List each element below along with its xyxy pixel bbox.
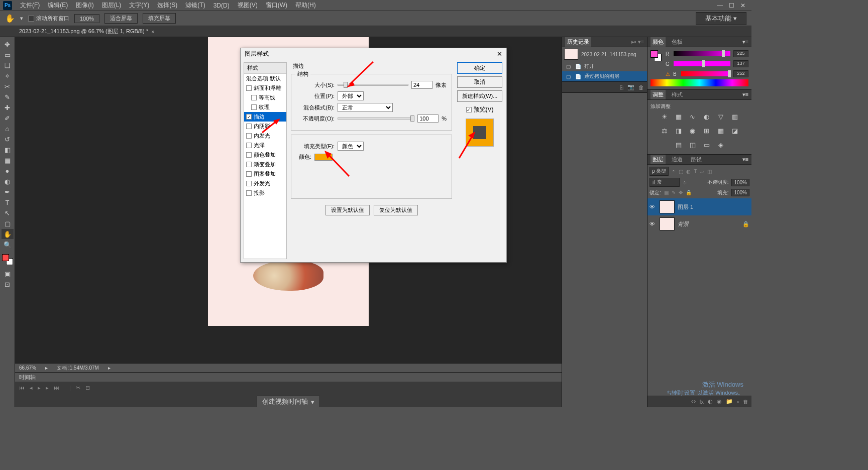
layers-tab[interactable]: 图层: [650, 155, 666, 164]
levels-icon[interactable]: ▦: [674, 112, 683, 121]
fill-type-select[interactable]: 颜色: [338, 142, 364, 151]
channels-tab[interactable]: 通道: [670, 155, 685, 164]
foreground-color-swatch[interactable]: [2, 254, 9, 261]
fill-adj-icon[interactable]: ◉: [717, 398, 722, 405]
healing-tool[interactable]: ✚: [2, 102, 14, 112]
layer-filter-kind[interactable]: ρ 类型: [649, 167, 669, 176]
style-pattern-overlay[interactable]: 图案叠加: [244, 169, 286, 179]
layer-1[interactable]: 👁图层 1: [647, 198, 751, 215]
ok-button[interactable]: 确定: [457, 62, 502, 74]
filter-type-icon[interactable]: T: [694, 169, 697, 174]
chevron-right-icon[interactable]: ▸: [108, 365, 111, 371]
create-timeline-button[interactable]: 创建视频时间轴▾: [257, 396, 320, 407]
move-tool[interactable]: ✥: [2, 39, 14, 49]
brightness-icon[interactable]: ☀: [660, 112, 669, 121]
scissors-icon[interactable]: ✂: [76, 385, 80, 391]
filter-shape-icon[interactable]: ▱: [700, 169, 704, 174]
path-tool[interactable]: ↖: [2, 208, 14, 218]
size-input[interactable]: [411, 81, 432, 89]
b-slider[interactable]: [681, 71, 730, 76]
mask-icon[interactable]: ◐: [708, 398, 713, 405]
blend-select[interactable]: 正常: [338, 103, 393, 112]
hand-tool[interactable]: ✋: [2, 229, 14, 239]
color-swatches[interactable]: [2, 254, 13, 265]
screenmode-tool[interactable]: ⊡: [2, 279, 14, 289]
lock-move-icon[interactable]: ✥: [679, 190, 683, 195]
marquee-tool[interactable]: ▭: [2, 50, 14, 60]
chevron-down-icon[interactable]: ▾: [20, 15, 23, 22]
last-frame-icon[interactable]: ⏭: [54, 385, 59, 391]
r-slider[interactable]: [674, 51, 730, 56]
zoom-level[interactable]: 66.67%: [19, 365, 36, 371]
blur-tool[interactable]: ●: [2, 166, 14, 176]
lock-brush-icon[interactable]: ✎: [672, 190, 676, 195]
g-value[interactable]: 137: [733, 60, 748, 67]
menu-layer[interactable]: 图层(L): [98, 1, 126, 10]
timeline-header[interactable]: 时间轴: [15, 373, 562, 382]
workspace-selector[interactable]: 基本功能 ▾: [696, 12, 746, 25]
menu-window[interactable]: 窗口(W): [262, 1, 291, 10]
reset-default-button[interactable]: 复位为默认值: [374, 205, 418, 215]
trash-icon[interactable]: 🗑: [638, 84, 644, 90]
menu-image[interactable]: 图像(I): [72, 1, 97, 10]
position-select[interactable]: 外部: [338, 91, 364, 100]
stroke-color-chip[interactable]: [314, 154, 333, 161]
scroll-all-checkbox[interactable]: 滚动所有窗口: [28, 15, 69, 22]
menu-help[interactable]: 帮助(H): [291, 1, 320, 10]
eraser-tool[interactable]: ◧: [2, 145, 14, 155]
prev-frame-icon[interactable]: ◂: [30, 385, 33, 391]
color-ramp[interactable]: [650, 79, 748, 86]
quickmask-tool[interactable]: ▣: [2, 269, 14, 279]
chevron-right-icon[interactable]: ▸: [45, 365, 48, 371]
color-swatch[interactable]: [650, 50, 662, 61]
pen-tool[interactable]: ✒: [2, 187, 14, 197]
cancel-button[interactable]: 取消: [457, 76, 502, 88]
history-brush-tool[interactable]: ↺: [2, 134, 14, 144]
zoom-100-button[interactable]: 100%: [74, 14, 99, 23]
eyedropper-tool[interactable]: ✎: [2, 92, 14, 102]
lock-pixels-icon[interactable]: ▦: [664, 190, 669, 195]
stamp-tool[interactable]: ⌂: [2, 124, 14, 134]
filter-smart-icon[interactable]: ◫: [707, 169, 712, 174]
fit-screen-button[interactable]: 适合屏幕: [104, 13, 138, 24]
style-color-overlay[interactable]: 颜色叠加: [244, 150, 286, 160]
panel-menu-icon[interactable]: ▾≡: [742, 91, 748, 98]
type-tool[interactable]: T: [2, 197, 14, 207]
styles-tab[interactable]: 样式: [670, 90, 685, 99]
visibility-eye-icon[interactable]: 👁: [649, 221, 657, 227]
layer-opacity-input[interactable]: 100%: [731, 179, 749, 186]
gradient-map-icon[interactable]: ▭: [702, 140, 711, 149]
history-tab[interactable]: 历史记录: [565, 37, 591, 47]
color-tab[interactable]: 颜色: [650, 37, 666, 47]
trash-icon[interactable]: 🗑: [743, 399, 748, 405]
style-satin[interactable]: 光泽: [244, 141, 286, 150]
dialog-close-icon[interactable]: ✕: [497, 50, 502, 58]
opacity-input[interactable]: [417, 114, 439, 123]
group-icon[interactable]: 📁: [726, 398, 733, 405]
first-frame-icon[interactable]: ⏮: [19, 385, 25, 391]
style-blend-options[interactable]: 混合选项:默认: [244, 74, 286, 83]
r-value[interactable]: 225: [733, 50, 748, 57]
dodge-tool[interactable]: ◐: [2, 176, 14, 186]
threshold-icon[interactable]: ◫: [688, 140, 697, 149]
style-bevel[interactable]: 斜面和浮雕: [244, 83, 286, 93]
adjust-tab[interactable]: 调整: [650, 90, 666, 99]
menu-type[interactable]: 文字(Y): [125, 1, 153, 10]
blend-mode-select[interactable]: 正常: [649, 178, 680, 187]
preview-checkbox[interactable]: ✓: [466, 107, 472, 112]
lasso-tool[interactable]: ❏: [2, 60, 14, 70]
menu-3d[interactable]: 3D(D): [209, 2, 234, 9]
size-slider[interactable]: [338, 84, 408, 86]
close-window-icon[interactable]: ✕: [740, 2, 745, 9]
zoom-tool[interactable]: 🔍: [2, 240, 14, 250]
panel-menu-icon[interactable]: ▸▪ ▾≡: [631, 39, 644, 45]
visibility-eye-icon[interactable]: 👁: [649, 204, 657, 210]
next-frame-icon[interactable]: ▸: [46, 385, 49, 391]
lock-all-icon[interactable]: 🔒: [686, 190, 692, 195]
crop-tool[interactable]: ✂: [2, 81, 14, 91]
g-slider[interactable]: [674, 61, 730, 66]
fill-screen-button[interactable]: 填充屏幕: [143, 13, 176, 24]
posterize-icon[interactable]: ▤: [674, 140, 683, 149]
new-doc-state-icon[interactable]: ⎘: [620, 84, 623, 90]
bw-icon[interactable]: ◨: [674, 126, 683, 135]
